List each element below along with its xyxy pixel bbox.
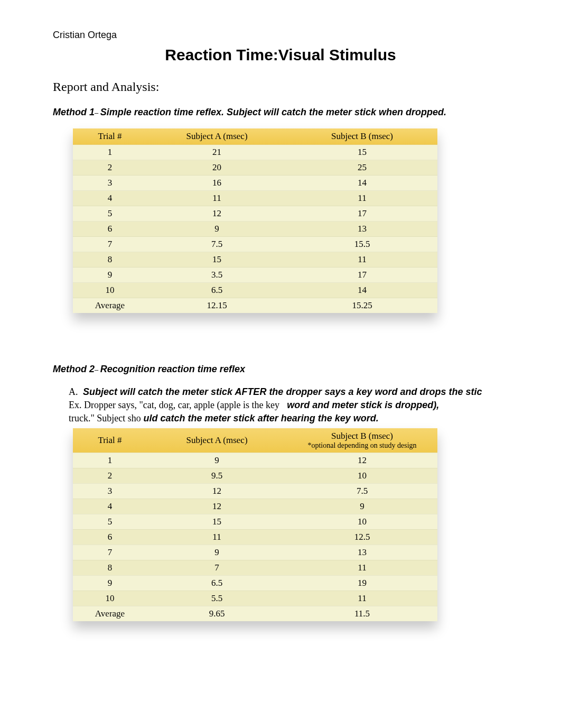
table-row: 1 21 15 xyxy=(73,145,437,160)
method2-dash: – xyxy=(95,366,100,374)
cell-subject-b: 14 xyxy=(287,176,437,191)
method2-table-wrap: Trial # Subject A (msec) Subject B (msec… xyxy=(73,428,437,621)
cell-subject-a: 6.5 xyxy=(147,575,287,591)
cell-subject-a: 15 xyxy=(147,514,287,529)
method2-desc: Recognition reaction time reflex xyxy=(100,364,245,374)
cell-subject-b: 10 xyxy=(287,468,437,483)
cell-trial: 4 xyxy=(73,499,147,514)
cell-trial: 2 xyxy=(73,160,147,176)
cell-subject-a: 12 xyxy=(147,499,287,514)
cell-trial: 4 xyxy=(73,191,147,206)
col-header-trial: Trial # xyxy=(73,428,147,453)
table-row: 8 15 11 xyxy=(73,252,437,268)
cell-trial: 1 xyxy=(73,145,147,160)
cell-trial: 3 xyxy=(73,483,147,499)
table-row: Average 9.65 11.5 xyxy=(73,606,437,621)
cell-subject-b: 11.5 xyxy=(287,606,437,621)
method2-sub-plain-2: truck." Subject sho xyxy=(69,413,141,423)
cell-subject-b: 13 xyxy=(287,545,437,560)
method1-dash: – xyxy=(95,109,100,117)
method2-sub-bold-2: word and meter stick is dropped), xyxy=(287,400,439,410)
col-header-subject-b: Subject B (msec) *optional depending on … xyxy=(287,428,437,453)
col-header-trial: Trial # xyxy=(73,128,147,145)
cell-trial: Average xyxy=(73,298,147,314)
table-row: 3 12 7.5 xyxy=(73,483,437,499)
method2-tbody: 1 9 12 2 9.5 10 3 12 7.5 4 12 9 5 xyxy=(73,453,437,621)
col-header-subject-b-note: *optional depending on study design xyxy=(291,441,433,450)
cell-subject-a: 11 xyxy=(147,529,287,545)
cell-subject-b: 10 xyxy=(287,514,437,529)
cell-trial: 1 xyxy=(73,453,147,468)
table-row: 4 12 9 xyxy=(73,499,437,514)
cell-trial: Average xyxy=(73,606,147,621)
cell-subject-b: 15.25 xyxy=(287,298,437,314)
table-row: 7 7.5 15.5 xyxy=(73,237,437,252)
cell-subject-b: 15 xyxy=(287,145,437,160)
method2-subblock: A. Subject will catch the meter stick AF… xyxy=(69,385,508,425)
method1-tbody: 1 21 15 2 20 25 3 16 14 4 11 11 5 xyxy=(73,145,437,314)
cell-subject-b: 11 xyxy=(287,591,437,606)
method1-desc: Simple reaction time reflex. Subject wil… xyxy=(100,107,446,117)
col-header-subject-a: Subject A (msec) xyxy=(147,428,287,453)
table-header-row: Trial # Subject A (msec) Subject B (msec… xyxy=(73,128,437,145)
cell-subject-a: 5.5 xyxy=(147,591,287,606)
cell-subject-b: 19 xyxy=(287,575,437,591)
method2-sub-bold-1: Subject will catch the meter stick AFTER… xyxy=(83,386,482,397)
cell-trial: 8 xyxy=(73,252,147,268)
cell-subject-a: 6.5 xyxy=(147,283,287,298)
cell-subject-a: 9.5 xyxy=(147,468,287,483)
page: Cristian Ortega Reaction Time:Visual Sti… xyxy=(0,0,561,728)
col-header-subject-b-label: Subject B (msec) xyxy=(331,431,393,441)
cell-subject-b: 17 xyxy=(287,268,437,283)
cell-subject-b: 15.5 xyxy=(287,237,437,252)
cell-subject-a: 12.15 xyxy=(147,298,287,314)
table-row: 6 11 12.5 xyxy=(73,529,437,545)
method2-prefix: Method 2 xyxy=(53,364,95,374)
method2-sub-letter: A. xyxy=(69,386,78,397)
method2-sub-bold-3: uld catch the meter stick after hearing … xyxy=(144,413,379,423)
cell-trial: 6 xyxy=(73,529,147,545)
cell-subject-a: 16 xyxy=(147,176,287,191)
cell-subject-a: 9.65 xyxy=(147,606,287,621)
cell-subject-b: 25 xyxy=(287,160,437,176)
cell-subject-b: 13 xyxy=(287,222,437,237)
table-row: 5 12 17 xyxy=(73,206,437,222)
table-row: 3 16 14 xyxy=(73,176,437,191)
table-row: 4 11 11 xyxy=(73,191,437,206)
cell-trial: 7 xyxy=(73,237,147,252)
cell-subject-b: 17 xyxy=(287,206,437,222)
table-header-row: Trial # Subject A (msec) Subject B (msec… xyxy=(73,428,437,453)
table-row: 9 3.5 17 xyxy=(73,268,437,283)
cell-trial: 10 xyxy=(73,591,147,606)
cell-trial: 9 xyxy=(73,575,147,591)
cell-subject-b: 14 xyxy=(287,283,437,298)
cell-trial: 9 xyxy=(73,268,147,283)
cell-trial: 5 xyxy=(73,514,147,529)
col-header-subject-a: Subject A (msec) xyxy=(147,128,287,145)
cell-subject-b: 11 xyxy=(287,252,437,268)
table-row: 10 6.5 14 xyxy=(73,283,437,298)
cell-subject-a: 12 xyxy=(147,206,287,222)
col-header-subject-b: Subject B (msec) xyxy=(287,128,437,145)
cell-subject-a: 7.5 xyxy=(147,237,287,252)
table-row: 5 15 10 xyxy=(73,514,437,529)
method1-table-wrap: Trial # Subject A (msec) Subject B (msec… xyxy=(73,128,437,313)
method2-table: Trial # Subject A (msec) Subject B (msec… xyxy=(73,428,437,621)
cell-subject-b: 11 xyxy=(287,560,437,575)
cell-trial: 10 xyxy=(73,283,147,298)
table-row: 2 9.5 10 xyxy=(73,468,437,483)
cell-subject-b: 12 xyxy=(287,453,437,468)
table-row: 7 9 13 xyxy=(73,545,437,560)
cell-trial: 5 xyxy=(73,206,147,222)
cell-trial: 7 xyxy=(73,545,147,560)
method1-prefix: Method 1 xyxy=(53,107,95,117)
cell-subject-a: 3.5 xyxy=(147,268,287,283)
page-title: Reaction Time:Visual Stimulus xyxy=(53,46,508,64)
table-row: 10 5.5 11 xyxy=(73,591,437,606)
table-row: 1 9 12 xyxy=(73,453,437,468)
cell-subject-a: 9 xyxy=(147,453,287,468)
cell-subject-a: 11 xyxy=(147,191,287,206)
cell-subject-a: 12 xyxy=(147,483,287,499)
table-row: 2 20 25 xyxy=(73,160,437,176)
cell-subject-a: 21 xyxy=(147,145,287,160)
